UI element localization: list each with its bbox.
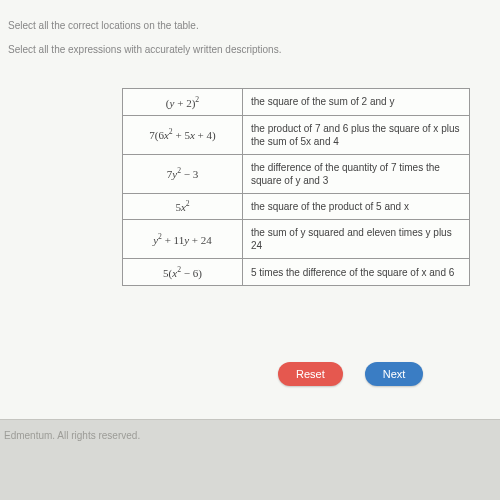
description-cell[interactable]: the difference of the quantity of 7 time… (243, 154, 470, 193)
table-row[interactable]: 5x2the square of the product of 5 and x (123, 193, 470, 220)
button-row: Reset Next (278, 362, 423, 386)
description-cell[interactable]: the product of 7 and 6 plus the square o… (243, 115, 470, 154)
expressions-table: (y + 2)2the square of the sum of 2 and y… (122, 88, 470, 286)
description-cell[interactable]: the square of the sum of 2 and y (243, 89, 470, 116)
reset-button[interactable]: Reset (278, 362, 343, 386)
next-button[interactable]: Next (365, 362, 424, 386)
expression-cell[interactable]: (y + 2)2 (123, 89, 243, 116)
description-cell[interactable]: the square of the product of 5 and x (243, 193, 470, 220)
expression-cell[interactable]: 5(x2 − 6) (123, 259, 243, 286)
expression-cell[interactable]: 5x2 (123, 193, 243, 220)
description-cell[interactable]: the sum of y squared and eleven times y … (243, 220, 470, 259)
expression-cell[interactable]: 7y2 − 3 (123, 154, 243, 193)
table-row[interactable]: 5(x2 − 6)5 times the difference of the s… (123, 259, 470, 286)
table-row[interactable]: 7y2 − 3the difference of the quantity of… (123, 154, 470, 193)
instruction-line-1: Select all the correct locations on the … (8, 18, 281, 34)
table-row[interactable]: 7(6x2 + 5x + 4)the product of 7 and 6 pl… (123, 115, 470, 154)
table-row[interactable]: y2 + 11y + 24the sum of y squared and el… (123, 220, 470, 259)
question-panel: Select all the correct locations on the … (0, 0, 500, 420)
table-row[interactable]: (y + 2)2the square of the sum of 2 and y (123, 89, 470, 116)
expression-cell[interactable]: 7(6x2 + 5x + 4) (123, 115, 243, 154)
footer-copyright: Edmentum. All rights reserved. (4, 430, 140, 441)
description-cell[interactable]: 5 times the difference of the square of … (243, 259, 470, 286)
expression-cell[interactable]: y2 + 11y + 24 (123, 220, 243, 259)
instruction-line-2: Select all the expressions with accurate… (8, 42, 281, 58)
expressions-table-wrap: (y + 2)2the square of the sum of 2 and y… (122, 88, 470, 286)
instructions: Select all the correct locations on the … (8, 18, 281, 66)
